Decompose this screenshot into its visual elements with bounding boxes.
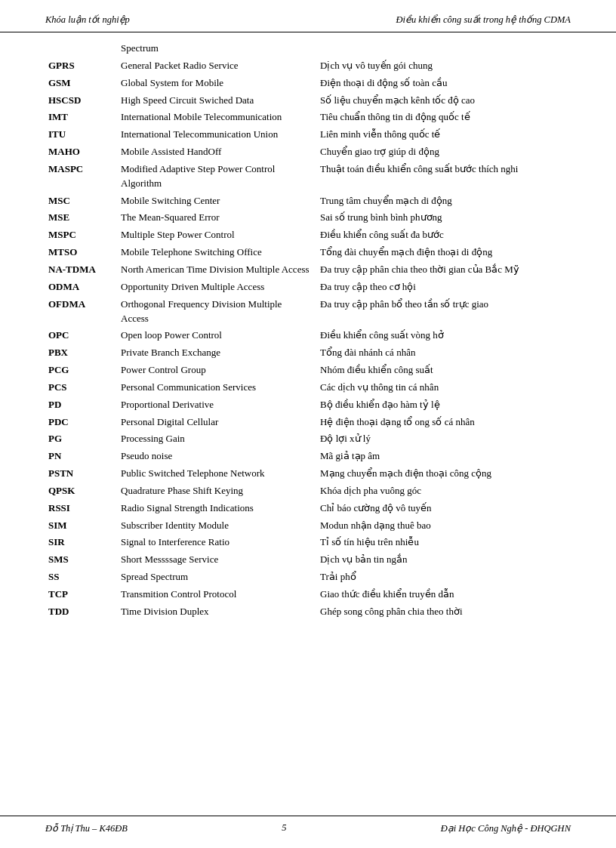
- table-row: MASPCModified Adaptive Step Power Contro…: [45, 161, 571, 193]
- full-cell: High Speed Circuit Swiched Data: [118, 92, 317, 109]
- full-cell: General Packet Radio Service: [118, 57, 317, 75]
- header-left: Khóa luận tốt nghiệp: [45, 14, 130, 26]
- table-row: MSPCMultiple Step Power ControlĐiều khiể…: [45, 227, 571, 244]
- abbr-cell: MTSO: [45, 244, 118, 261]
- footer-left: Đỗ Thị Thu – K46ĐB: [45, 822, 128, 834]
- table-row: GPRSGeneral Packet Radio ServiceDịch vụ …: [45, 57, 571, 75]
- main-content: SpectrumGPRSGeneral Packet Radio Service…: [0, 32, 616, 681]
- viet-cell: Điều khiển công suất đa bước: [317, 227, 571, 244]
- abbr-cell: PBX: [45, 344, 118, 362]
- abbr-cell: MSPC: [45, 227, 118, 244]
- full-cell: Spectrum: [118, 40, 317, 57]
- table-row: HSCSDHigh Speed Circuit Swiched DataSố l…: [45, 92, 571, 109]
- abbr-cell: GPRS: [45, 57, 118, 75]
- full-cell: International Telecommunication Union: [118, 126, 317, 143]
- table-row: SMSShort Messssage ServiceDịch vụ bản ti…: [45, 551, 571, 569]
- viet-cell: Liên minh viễn thông quốc tế: [317, 126, 571, 143]
- viet-cell: Độ lợi xử lý: [317, 430, 571, 448]
- viet-cell: Hệ điện thoại dạng tổ ong số cá nhân: [317, 414, 571, 431]
- full-cell: Public Switched Telephone Network: [118, 465, 317, 483]
- viet-cell: Các dịch vụ thông tin cá nhân: [317, 379, 571, 396]
- full-cell: Signal to Interference Ratio: [118, 534, 317, 551]
- abbr-cell: TDD: [45, 603, 118, 621]
- full-cell: Subscriber Identity Module: [118, 517, 317, 535]
- viet-cell: Khóa dịch pha vuông góc: [317, 483, 571, 500]
- full-cell: Time Division Duplex: [118, 603, 317, 621]
- full-cell: Open loop Power Control: [118, 327, 317, 344]
- table-row: MSCMobile Switching CenterTrung tâm chuy…: [45, 193, 571, 210]
- page: Khóa luận tốt nghiệp Điều khiển công suấ…: [0, 0, 616, 848]
- abbr-cell: OFDMA: [45, 296, 118, 328]
- table-row: ODMAOpportunity Driven Multiple AccessĐa…: [45, 279, 571, 296]
- table-row: PCSPersonal Communication ServicesCác dị…: [45, 379, 571, 396]
- table-row: MTSOMobile Telephone Switching OfficeTổn…: [45, 244, 571, 261]
- viet-cell: Đa truy cập phân chia theo thời gian của…: [317, 261, 571, 279]
- abbr-cell: [45, 40, 118, 57]
- viet-cell: [317, 40, 571, 57]
- full-cell: Mobile Telephone Switching Office: [118, 244, 317, 261]
- abbr-cell: SS: [45, 569, 118, 586]
- viet-cell: Tổng đài nhánh cá nhân: [317, 344, 571, 362]
- viet-cell: Bộ điều khiển đạo hàm tỷ lệ: [317, 396, 571, 414]
- viet-cell: Điều khiển công suất vòng hở: [317, 327, 571, 344]
- full-cell: Radio Signal Strength Indications: [118, 500, 317, 517]
- full-cell: The Mean-Squared Error: [118, 209, 317, 227]
- table-row: RSSIRadio Signal Strength IndicationsChỉ…: [45, 500, 571, 517]
- full-cell: Modified Adaptive Step Power Control Alg…: [118, 161, 317, 193]
- abbr-cell: TCP: [45, 586, 118, 603]
- table-row: Spectrum: [45, 40, 571, 57]
- table-row: QPSKQuadrature Phase Shift KeyingKhóa dị…: [45, 483, 571, 500]
- abbr-cell: ODMA: [45, 279, 118, 296]
- full-cell: Private Branch Exchange: [118, 344, 317, 362]
- abbreviations-table: SpectrumGPRSGeneral Packet Radio Service…: [45, 40, 571, 621]
- table-row: TCPTransmition Control ProtocolGiao thức…: [45, 586, 571, 603]
- footer-right: Đại Học Công Nghệ - ĐHQGHN: [441, 822, 571, 834]
- full-cell: Global System for Mobile: [118, 75, 317, 92]
- viet-cell: Sai số trung bình bình phương: [317, 209, 571, 227]
- abbr-cell: PN: [45, 448, 118, 465]
- abbr-cell: PG: [45, 430, 118, 448]
- abbr-cell: PD: [45, 396, 118, 414]
- full-cell: International Mobile Telecommunication: [118, 109, 317, 126]
- table-row: NA-TDMANorth American Time Division Mult…: [45, 261, 571, 279]
- page-header: Khóa luận tốt nghiệp Điều khiển công suấ…: [0, 0, 616, 32]
- full-cell: Personal Digital Cellular: [118, 414, 317, 431]
- full-cell: Multiple Step Power Control: [118, 227, 317, 244]
- abbr-cell: SIR: [45, 534, 118, 551]
- table-row: OFDMAOrthogonal Frequency Division Multi…: [45, 296, 571, 328]
- table-row: PCGPower Control GroupNhóm điều khiển cô…: [45, 362, 571, 379]
- viet-cell: Mạng chuyển mạch điện thoại công cộng: [317, 465, 571, 483]
- viet-cell: Giao thức điều khiển truyền dẫn: [317, 586, 571, 603]
- viet-cell: Trải phổ: [317, 569, 571, 586]
- abbr-cell: PCS: [45, 379, 118, 396]
- viet-cell: Đa truy cập theo cơ hội: [317, 279, 571, 296]
- table-row: PDProportional DerivativeBộ điều khiển đ…: [45, 396, 571, 414]
- viet-cell: Dịch vụ bản tin ngắn: [317, 551, 571, 569]
- table-row: IMTInternational Mobile Telecommunicatio…: [45, 109, 571, 126]
- abbr-cell: NA-TDMA: [45, 261, 118, 279]
- table-row: GSMGlobal System for MobileĐiện thoại di…: [45, 75, 571, 92]
- full-cell: Proportional Derivative: [118, 396, 317, 414]
- table-row: SSSpread SpectrumTrải phổ: [45, 569, 571, 586]
- viet-cell: Tổng đài chuyển mạch điện thoại di động: [317, 244, 571, 261]
- viet-cell: Số liệu chuyển mạch kênh tốc độ cao: [317, 92, 571, 109]
- abbr-cell: MSC: [45, 193, 118, 210]
- full-cell: Opportunity Driven Multiple Access: [118, 279, 317, 296]
- abbr-cell: MAHO: [45, 143, 118, 161]
- viet-cell: Ghép song công phân chia theo thời: [317, 603, 571, 621]
- abbr-cell: IMT: [45, 109, 118, 126]
- table-row: PDCPersonal Digital CellularHệ điện thoạ…: [45, 414, 571, 431]
- full-cell: Quadrature Phase Shift Keying: [118, 483, 317, 500]
- table-row: OPCOpen loop Power ControlĐiều khiển côn…: [45, 327, 571, 344]
- abbr-cell: MSE: [45, 209, 118, 227]
- abbr-cell: PCG: [45, 362, 118, 379]
- full-cell: Mobile Assisted HandOff: [118, 143, 317, 161]
- viet-cell: Mã giả tạp âm: [317, 448, 571, 465]
- viet-cell: Chuyển giao trợ giúp di động: [317, 143, 571, 161]
- table-row: MSEThe Mean-Squared ErrorSai số trung bì…: [45, 209, 571, 227]
- full-cell: Spread Spectrum: [118, 569, 317, 586]
- abbr-cell: RSSI: [45, 500, 118, 517]
- viet-cell: Đa truy cập phân bổ theo tần số trực gia…: [317, 296, 571, 328]
- abbr-cell: QPSK: [45, 483, 118, 500]
- abbr-cell: MASPC: [45, 161, 118, 193]
